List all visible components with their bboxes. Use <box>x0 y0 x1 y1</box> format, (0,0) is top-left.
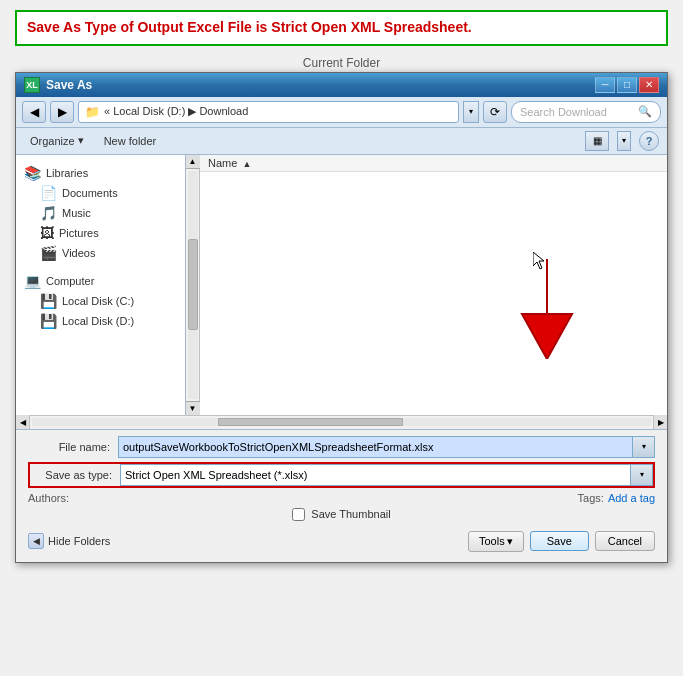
tools-dropdown-icon: ▾ <box>507 535 513 548</box>
libraries-section: 📚 Libraries 📄 Documents 🎵 Music 🖼 Pictur… <box>16 163 185 263</box>
tags-label: Tags: <box>578 492 604 504</box>
scroll-down-button[interactable]: ▼ <box>186 401 200 415</box>
authors-label: Authors: <box>28 492 69 504</box>
documents-label: Documents <box>62 187 118 199</box>
file-name-dropdown[interactable]: ▾ <box>633 436 655 458</box>
sidebar-item-libraries[interactable]: 📚 Libraries <box>16 163 185 183</box>
maximize-button[interactable]: □ <box>617 77 637 93</box>
close-button[interactable]: ✕ <box>639 77 659 93</box>
help-button[interactable]: ? <box>639 131 659 151</box>
file-name-input[interactable] <box>118 436 633 458</box>
save-as-dialog: XL Save As ─ □ ✕ ◀ ▶ 📁 « Local Disk (D:)… <box>15 72 668 563</box>
new-folder-button[interactable]: New folder <box>98 133 163 149</box>
disk-c-icon: 💾 <box>40 293 57 309</box>
tools-button[interactable]: Tools ▾ <box>468 531 524 552</box>
search-placeholder: Search Download <box>520 106 634 118</box>
sidebar-item-local-disk-c[interactable]: 💾 Local Disk (C:) <box>16 291 185 311</box>
back-button[interactable]: ◀ <box>22 101 46 123</box>
sidebar-item-local-disk-d[interactable]: 💾 Local Disk (D:) <box>16 311 185 331</box>
videos-label: Videos <box>62 247 95 259</box>
search-icon: 🔍 <box>638 105 652 118</box>
form-area: File name: ▾ Save as type: ▾ Authors: Ta… <box>16 429 667 562</box>
minimize-button[interactable]: ─ <box>595 77 615 93</box>
red-arrow-indicator <box>507 259 587 362</box>
libraries-label: Libraries <box>46 167 88 179</box>
sidebar-item-music[interactable]: 🎵 Music <box>16 203 185 223</box>
title-bar-left: XL Save As <box>24 77 92 93</box>
right-buttons: Tools ▾ Save Cancel <box>468 531 655 552</box>
name-column-header: Name <box>208 157 237 169</box>
computer-section: 💻 Computer 💾 Local Disk (C:) 💾 Local Dis… <box>16 271 185 331</box>
file-list-header: Name ▲ <box>200 155 667 172</box>
save-button[interactable]: Save <box>530 531 589 551</box>
hide-folders-icon: ◀ <box>28 533 44 549</box>
thumbnail-row: Save Thumbnail <box>28 508 655 521</box>
tools-label: Tools <box>479 535 505 547</box>
save-type-dropdown[interactable]: ▾ <box>631 464 653 486</box>
sidebar-item-pictures[interactable]: 🖼 Pictures <box>16 223 185 243</box>
refresh-button[interactable]: ⟳ <box>483 101 507 123</box>
scroll-left-button[interactable]: ◀ <box>16 415 30 429</box>
tags-section: Tags: Add a tag <box>578 492 655 504</box>
forward-button[interactable]: ▶ <box>50 101 74 123</box>
pictures-icon: 🖼 <box>40 225 54 241</box>
disk-d-label: Local Disk (D:) <box>62 315 134 327</box>
thumbnail-label: Save Thumbnail <box>311 508 390 520</box>
cursor <box>533 252 547 273</box>
h-scroll-track[interactable] <box>32 418 651 426</box>
svg-marker-1 <box>533 252 544 269</box>
music-icon: 🎵 <box>40 205 57 221</box>
pictures-label: Pictures <box>59 227 99 239</box>
disk-d-icon: 💾 <box>40 313 57 329</box>
scroll-track <box>188 171 198 399</box>
disk-c-label: Local Disk (C:) <box>62 295 134 307</box>
search-box[interactable]: Search Download 🔍 <box>511 101 661 123</box>
horizontal-scrollbar: ◀ ▶ <box>16 415 667 429</box>
toolbar: Organize ▾ New folder ▦ ▾ ? <box>16 128 667 155</box>
title-bar-buttons: ─ □ ✕ <box>595 77 659 93</box>
file-list-panel: Name ▲ <box>200 155 667 415</box>
file-name-row: File name: ▾ <box>28 436 655 458</box>
hide-folders-button[interactable]: ◀ Hide Folders <box>28 533 110 549</box>
organize-button[interactable]: Organize ▾ <box>24 132 90 149</box>
address-bar: ◀ ▶ 📁 « Local Disk (D:) ▶ Download ▾ ⟳ S… <box>16 97 667 128</box>
scroll-up-button[interactable]: ▲ <box>186 155 200 169</box>
svg-marker-0 <box>522 259 572 359</box>
sort-arrow: ▲ <box>242 159 251 169</box>
left-navigation-panel: 📚 Libraries 📄 Documents 🎵 Music 🖼 Pictur… <box>16 155 186 415</box>
h-scroll-thumb[interactable] <box>218 418 404 426</box>
thumbnail-checkbox[interactable] <box>292 508 305 521</box>
libraries-icon: 📚 <box>24 165 41 181</box>
view-button[interactable]: ▦ <box>585 131 609 151</box>
main-content: 📚 Libraries 📄 Documents 🎵 Music 🖼 Pictur… <box>16 155 667 415</box>
excel-icon: XL <box>24 77 40 93</box>
organize-label: Organize <box>30 135 75 147</box>
save-type-label: Save as type: <box>30 469 120 481</box>
view-dropdown-button[interactable]: ▾ <box>617 131 631 151</box>
documents-icon: 📄 <box>40 185 57 201</box>
hide-folders-label: Hide Folders <box>48 535 110 547</box>
organize-dropdown-icon: ▾ <box>78 134 84 147</box>
tags-add-link[interactable]: Add a tag <box>608 492 655 504</box>
current-folder-label: Current Folder <box>0 56 683 70</box>
sidebar-item-videos[interactable]: 🎬 Videos <box>16 243 185 263</box>
save-type-input[interactable] <box>120 464 631 486</box>
scroll-right-button[interactable]: ▶ <box>653 415 667 429</box>
computer-icon: 💻 <box>24 273 41 289</box>
sidebar-item-computer[interactable]: 💻 Computer <box>16 271 185 291</box>
annotation-banner: Save As Type of Output Excel File is Str… <box>15 10 668 46</box>
vertical-scrollbar[interactable]: ▲ ▼ <box>186 155 200 415</box>
path-text: « Local Disk (D:) ▶ Download <box>104 105 248 118</box>
file-list-content[interactable] <box>200 172 667 392</box>
scroll-thumb[interactable] <box>188 239 198 330</box>
path-dropdown[interactable]: ▾ <box>463 101 479 123</box>
sidebar-item-documents[interactable]: 📄 Documents <box>16 183 185 203</box>
computer-label: Computer <box>46 275 94 287</box>
path-box[interactable]: 📁 « Local Disk (D:) ▶ Download <box>78 101 459 123</box>
title-bar: XL Save As ─ □ ✕ <box>16 73 667 97</box>
file-name-label: File name: <box>28 441 118 453</box>
save-type-row: Save as type: ▾ <box>28 462 655 488</box>
buttons-row: ◀ Hide Folders Tools ▾ Save Cancel <box>28 527 655 556</box>
new-folder-label: New folder <box>104 135 157 147</box>
cancel-button[interactable]: Cancel <box>595 531 655 551</box>
